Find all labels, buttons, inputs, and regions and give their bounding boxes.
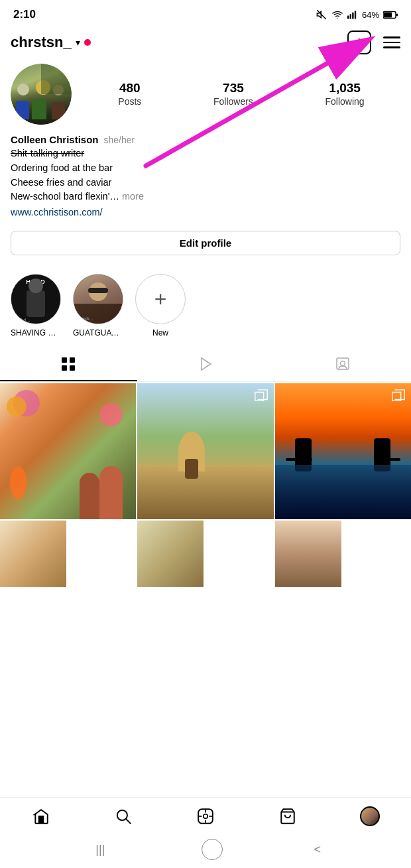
highlight-label-new: New [152, 328, 168, 338]
search-icon [115, 808, 132, 825]
back-gesture: ||| [80, 839, 120, 860]
menu-line-3 [383, 46, 400, 48]
header-wrapper: chrstsn_ ▾ + [0, 27, 411, 61]
avatar[interactable] [11, 64, 72, 125]
svg-rect-13 [62, 365, 67, 371]
plus-icon: + [355, 34, 364, 50]
username: chrstsn_ [11, 34, 72, 51]
profile-info-row: 480 Posts 735 Followers 1,035 Following [11, 64, 400, 125]
nav-profile[interactable] [353, 804, 386, 828]
profile-section: 480 Posts 735 Followers 1,035 Following … [0, 61, 411, 274]
tab-reels[interactable] [137, 348, 274, 381]
posts-count: 480 [118, 81, 141, 95]
nav-shop[interactable] [271, 804, 304, 828]
nav-avatar [360, 806, 380, 826]
reels-icon [197, 808, 214, 825]
recents-gesture[interactable]: < [304, 839, 331, 860]
svg-rect-5 [355, 11, 356, 19]
bio-pronoun: she/her [104, 135, 135, 145]
bottom-nav-items [0, 798, 411, 834]
followers-count: 735 [213, 81, 253, 95]
bio-name-row: Colleen Christison she/her [11, 134, 400, 145]
followers-label: Followers [213, 96, 253, 107]
menu-line-2 [383, 42, 400, 44]
posts-label: Posts [118, 96, 141, 107]
highlight-item-2[interactable]: @hack... GUATGUATGU... [73, 274, 123, 338]
shop-icon [279, 808, 296, 825]
mute-icon [316, 9, 327, 20]
highlight-item-new[interactable]: + New [135, 274, 186, 338]
nav-search[interactable] [107, 804, 140, 828]
posts-stat[interactable]: 480 Posts [118, 81, 141, 107]
play-icon [198, 356, 213, 372]
live-dot [84, 39, 91, 46]
svg-rect-2 [347, 16, 349, 19]
svg-rect-11 [62, 357, 67, 363]
svg-rect-12 [70, 357, 75, 363]
wifi-icon [331, 9, 343, 20]
svg-line-19 [126, 819, 131, 824]
bio-line-2: Ordering food at the bar [11, 161, 400, 176]
photo-cell-1[interactable] [0, 383, 136, 519]
highlight-circle-1: HEAD @chrl... [11, 274, 61, 324]
svg-rect-3 [350, 14, 351, 19]
highlight-label-1: SHAVING CH... [11, 328, 61, 338]
photo-grid [0, 383, 411, 587]
battery-icon [383, 11, 398, 19]
status-bar: 2:10 64% [0, 0, 411, 27]
stats-row: 480 Posts 735 Followers 1,035 Following [82, 81, 400, 107]
bio-line-1: Shit-talking writer [11, 147, 400, 161]
highlight-item-1[interactable]: HEAD @chrl... SHAVING CH... [11, 274, 61, 338]
bio-name: Colleen Christison [11, 134, 99, 145]
svg-rect-4 [352, 13, 353, 19]
following-count: 1,035 [325, 81, 365, 95]
bio-line-4: New-school bard flexin'… more [11, 190, 400, 204]
photo-cell-2[interactable] [137, 383, 273, 519]
home-icon [32, 808, 50, 825]
bio-more[interactable]: more [122, 191, 144, 202]
header-right: + [347, 31, 400, 54]
signal-icon [347, 10, 358, 19]
dropdown-icon[interactable]: ▾ [76, 37, 80, 48]
bio-link[interactable]: www.cchristison.com/ [11, 207, 400, 217]
tagged-icon [335, 356, 351, 372]
highlight-label-2: GUATGUATGU... [73, 328, 123, 338]
add-post-button[interactable]: + [347, 31, 371, 54]
multi-badge-3 [391, 389, 406, 403]
edit-profile-button[interactable]: Edit profile [11, 231, 400, 255]
bio-line-3: Cheese fries and caviar [11, 176, 400, 190]
bottom-nav: ||| < [0, 797, 411, 868]
svg-point-1 [337, 18, 337, 19]
svg-point-17 [340, 361, 345, 366]
photo-cell-6[interactable] [275, 521, 341, 587]
grid-icon [60, 356, 76, 372]
tab-grid[interactable] [0, 348, 137, 381]
new-highlight-plus-icon: + [154, 287, 167, 312]
header: chrstsn_ ▾ + [0, 27, 411, 61]
nav-home[interactable] [25, 804, 58, 828]
highlight-circle-2: @hack... [73, 274, 123, 324]
photo-cell-3[interactable] [275, 383, 411, 519]
photo-cell-4[interactable] [0, 521, 66, 587]
menu-button[interactable] [383, 36, 400, 48]
bio-section: Colleen Christison she/her Shit-talking … [11, 134, 400, 217]
status-time: 2:10 [13, 8, 36, 21]
multi-badge-2 [254, 389, 268, 403]
svg-point-21 [204, 814, 208, 819]
highlights-row: HEAD @chrl... SHAVING CH... [0, 274, 411, 348]
photo-cell-5[interactable] [137, 521, 204, 587]
highlight-circle-new[interactable]: + [135, 274, 186, 324]
svg-rect-14 [70, 365, 75, 371]
tab-tagged[interactable] [274, 348, 411, 381]
following-stat[interactable]: 1,035 Following [325, 81, 365, 107]
following-label: Following [325, 96, 365, 107]
nav-reels[interactable] [189, 804, 222, 828]
followers-stat[interactable]: 735 Followers [213, 81, 253, 107]
svg-marker-15 [202, 358, 211, 370]
home-gesture[interactable] [202, 839, 223, 860]
status-icons: 64% [316, 9, 398, 20]
tabs-row [0, 348, 411, 382]
battery-text: 64% [362, 10, 379, 20]
header-left: chrstsn_ ▾ [11, 34, 91, 51]
svg-rect-7 [384, 12, 392, 17]
